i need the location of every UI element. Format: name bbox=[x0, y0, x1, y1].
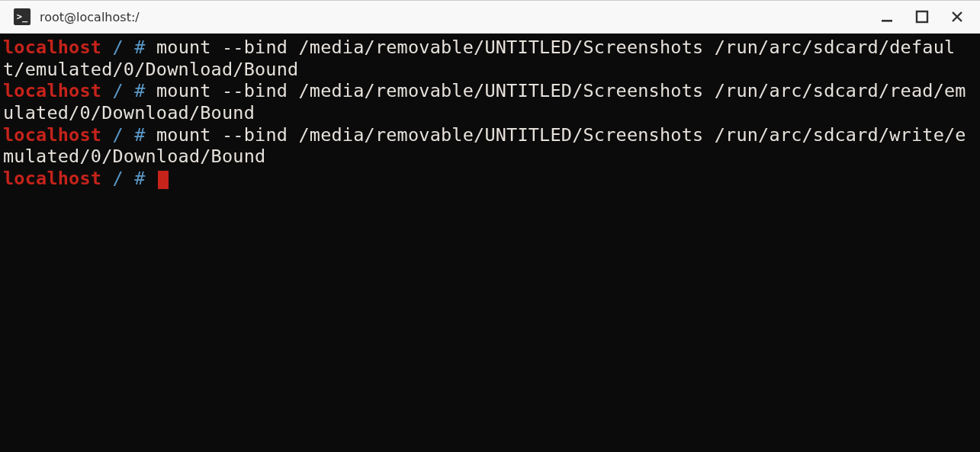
command-text: mount --bind /media/removable/UNTITLED/S… bbox=[3, 80, 966, 123]
close-button[interactable] bbox=[949, 9, 965, 24]
prompt-path: / bbox=[113, 80, 124, 101]
terminal-line: localhost / # mount --bind /media/remova… bbox=[3, 37, 977, 80]
prompt-hash: # bbox=[134, 80, 145, 101]
terminal-body[interactable]: localhost / # mount --bind /media/remova… bbox=[0, 34, 980, 452]
window-title: root@localhost:/ bbox=[40, 10, 879, 24]
terminal-icon-glyph: >_ bbox=[17, 12, 27, 21]
prompt-host: localhost bbox=[3, 168, 101, 189]
terminal-line: localhost / # mount --bind /media/remova… bbox=[3, 124, 977, 168]
prompt-hash: # bbox=[134, 37, 145, 58]
prompt-path: / bbox=[113, 168, 124, 189]
command-text: mount --bind /media/removable/UNTITLED/S… bbox=[3, 124, 966, 168]
terminal-icon: >_ bbox=[14, 8, 31, 25]
prompt-hash: # bbox=[134, 124, 145, 146]
prompt-hash: # bbox=[134, 168, 145, 189]
prompt-path: / bbox=[113, 37, 124, 58]
minimize-button[interactable] bbox=[879, 9, 895, 24]
command-text: mount --bind /media/removable/UNTITLED/S… bbox=[3, 37, 955, 80]
terminal-window: >_ root@localhost:/ localhost / # mount … bbox=[0, 0, 980, 452]
svg-rect-0 bbox=[882, 20, 892, 22]
terminal-line: localhost / # bbox=[3, 168, 977, 190]
maximize-button[interactable] bbox=[914, 9, 930, 24]
close-icon bbox=[950, 10, 964, 24]
minimize-icon bbox=[880, 10, 894, 24]
window-controls bbox=[879, 9, 972, 24]
terminal-line: localhost / # mount --bind /media/remova… bbox=[3, 80, 977, 123]
prompt-host: localhost bbox=[3, 124, 101, 146]
svg-rect-1 bbox=[917, 11, 927, 22]
maximize-icon bbox=[915, 10, 929, 24]
prompt-host: localhost bbox=[3, 37, 101, 58]
prompt-host: localhost bbox=[3, 80, 101, 101]
cursor bbox=[158, 171, 169, 189]
titlebar[interactable]: >_ root@localhost:/ bbox=[0, 0, 980, 34]
prompt-path: / bbox=[113, 124, 124, 146]
